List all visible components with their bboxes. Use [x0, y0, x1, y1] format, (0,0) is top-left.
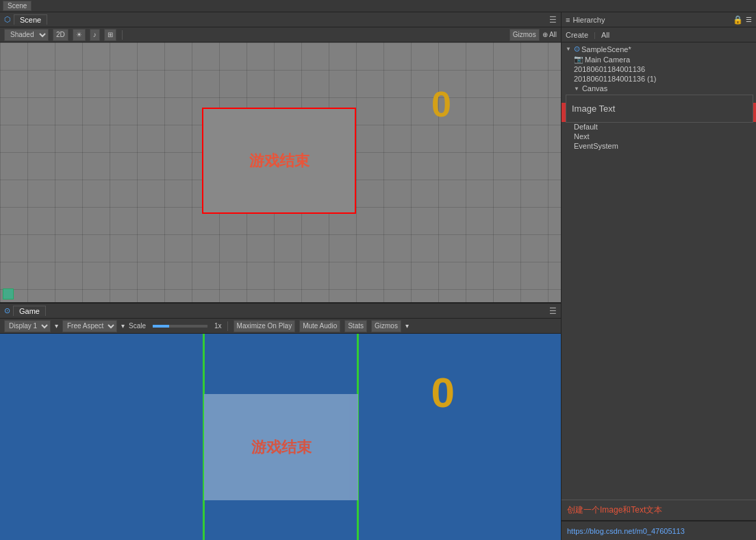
scene-icon: ⬡ [4, 15, 11, 24]
scene-score: 0 [431, 84, 451, 125]
shading-dropdown[interactable]: Shaded [4, 29, 49, 41]
game-gameover-text: 游戏结束 [251, 437, 312, 458]
game-tab[interactable]: Game [13, 306, 46, 316]
hierarchy-title: Hierarchy [572, 16, 605, 24]
scale-slider-fill [153, 325, 169, 328]
lock-icon[interactable]: 🔒 [733, 15, 743, 25]
image-text-label: Image Text [572, 103, 615, 114]
game-panel-header: ⊙ Game ☰ [0, 304, 561, 319]
hierarchy-header: ≡ Hierarchy 🔒 ☰ [562, 12, 756, 27]
scene-root-arrow: ▼ [566, 46, 571, 52]
light-button[interactable]: ☀ [73, 29, 86, 41]
obj2-label: 20180601184001136 (1) [574, 75, 657, 83]
game-gameover-panel: 游戏结束 [204, 394, 358, 500]
scene-toolbar: Shaded 2D ☀ ♪ ⊞ Gizmos ⊕ All [0, 27, 561, 42]
scene-small-icon [3, 289, 14, 299]
aspect-dropdown[interactable]: Free Aspect [62, 320, 117, 332]
scene-panel: ⬡ Scene ☰ Shaded 2D ☀ ♪ ⊞ Gizmos ⊕ All [0, 12, 561, 304]
scene-panel-header: ⬡ Scene ☰ [0, 12, 561, 27]
scene-root-label: SampleScene* [581, 45, 631, 53]
bottom-status: https://blog.csdn.net/m0_47605113 [562, 521, 756, 540]
obj1-label: 20180601184001136 [574, 65, 645, 73]
right-panel: ≡ Hierarchy 🔒 ☰ Create | All ▼ ⊙ SampleS… [562, 12, 756, 540]
hierarchy-menu[interactable]: ☰ [746, 16, 752, 23]
left-panel: ⬡ Scene ☰ Shaded 2D ☀ ♪ ⊞ Gizmos ⊕ All [0, 12, 562, 540]
scene-root-icon: ⊙ [574, 45, 580, 53]
aspect-arrow: ▾ [121, 322, 125, 330]
hierarchy-separator: | [594, 31, 596, 39]
game-gizmos-btn[interactable]: Gizmos [371, 320, 401, 332]
hierarchy-item-canvas[interactable]: ▼ Canvas [562, 84, 756, 93]
hierarchy-icon: ≡ [566, 16, 570, 24]
game-menu-btn[interactable]: ☰ [549, 306, 557, 316]
mute-audio-btn[interactable]: Mute Audio [299, 320, 340, 332]
game-viewport: 0 游戏结束 [0, 334, 561, 540]
eventsystem-label: EventSystem [574, 142, 618, 150]
scale-label: Scale [129, 322, 146, 330]
scene-menu-btn[interactable]: ☰ [549, 15, 557, 25]
hierarchy-item-scene-root[interactable]: ▼ ⊙ SampleScene* [562, 44, 756, 54]
scene-gameover-panel: 游戏结束 [202, 108, 356, 214]
create-label[interactable]: Create [566, 31, 588, 39]
scene-tab-btn[interactable]: Scene [3, 1, 32, 11]
canvas-label: Canvas [582, 84, 607, 93]
game-gizmos-arrow: ▾ [405, 322, 409, 330]
hierarchy-item-default[interactable]: Default [562, 122, 756, 132]
csdn-link[interactable]: https://blog.csdn.net/m0_47605113 [567, 527, 685, 535]
game-separator [227, 321, 228, 331]
gizmos-area: Gizmos ⊕ All [509, 29, 557, 41]
image-button[interactable]: ⊞ [104, 29, 116, 41]
scale-value: 1x [214, 322, 222, 330]
next-label: Next [574, 132, 590, 140]
hierarchy-item-eventsystem[interactable]: EventSystem [562, 141, 756, 151]
all-label: ⊕ All [542, 31, 557, 38]
display-dropdown[interactable]: Display 1 [4, 320, 51, 332]
camera-icon: 📷 [574, 55, 583, 64]
hierarchy-panel: ≡ Hierarchy 🔒 ☰ Create | All ▼ ⊙ SampleS… [562, 12, 756, 521]
scene-tab[interactable]: Scene [14, 14, 47, 25]
maximize-on-play-btn[interactable]: Maximize On Play [234, 320, 296, 332]
hierarchy-item-next[interactable]: Next [562, 132, 756, 141]
hierarchy-toolbar: Create | All [562, 27, 756, 42]
all-hierarchy-label[interactable]: All [601, 31, 609, 39]
main-layout: ⬡ Scene ☰ Shaded 2D ☀ ♪ ⊞ Gizmos ⊕ All [0, 12, 756, 540]
2d-button[interactable]: 2D [53, 29, 68, 41]
hierarchy-item-obj2[interactable]: 20180601184001136 (1) [562, 74, 756, 84]
game-score: 0 [431, 368, 455, 417]
annotation-area: 创建一个Image和Text文本 [562, 500, 756, 520]
top-toolbar: Scene [0, 0, 756, 12]
image-text-label-panel: Image Text [566, 95, 753, 123]
gizmos-button[interactable]: Gizmos [509, 29, 540, 41]
default-label: Default [574, 123, 598, 131]
scene-viewport: 0 游戏结束 [0, 42, 561, 302]
audio-button[interactable]: ♪ [90, 29, 100, 41]
annotation-text: 创建一个Image和Text文本 [567, 505, 662, 515]
toolbar-separator [122, 30, 123, 40]
scene-gameover-text: 游戏结束 [249, 151, 310, 171]
canvas-arrow: ▼ [574, 86, 579, 92]
game-toolbar: Display 1 ▾ Free Aspect ▾ Scale 1x Maxim… [0, 319, 561, 334]
display-arrow: ▾ [55, 322, 58, 330]
game-icon: ⊙ [4, 306, 10, 315]
hierarchy-item-obj1[interactable]: 20180601184001136 [562, 64, 756, 74]
stats-btn[interactable]: Stats [344, 320, 367, 332]
game-panel: ⊙ Game ☰ Display 1 ▾ Free Aspect ▾ Scale… [0, 304, 561, 540]
main-camera-label: Main Camera [585, 56, 630, 64]
scale-slider[interactable] [153, 325, 207, 328]
hierarchy-item-main-camera[interactable]: 📷 Main Camera [562, 54, 756, 64]
